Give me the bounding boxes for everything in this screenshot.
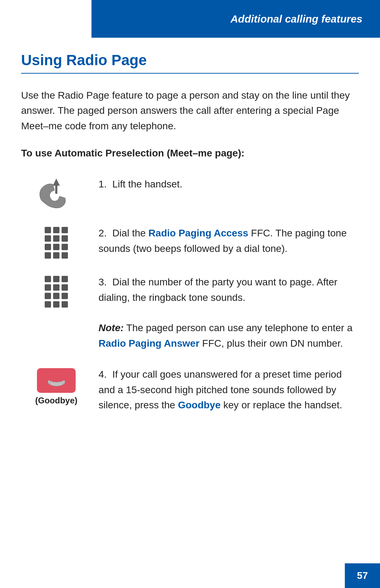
key-dot	[53, 284, 59, 291]
radio-paging-access-link: Radio Paging Access	[148, 228, 248, 239]
step-2-content: 2. Dial the Radio Paging Access FFC. The…	[91, 225, 359, 256]
step-4-text-suffix: key or replace the handset.	[221, 400, 342, 410]
key-dot	[45, 235, 51, 242]
key-dot	[45, 244, 51, 250]
note-label: Note:	[99, 322, 124, 333]
key-dot	[45, 284, 51, 291]
page-number: 57	[357, 570, 368, 581]
step-1-text: Lift the handset.	[112, 179, 182, 190]
key-dot	[53, 227, 59, 233]
key-dot	[62, 301, 68, 308]
step-1-number: 1.	[99, 179, 107, 190]
keypad-icon-1	[21, 225, 91, 259]
step-1-content: 1. Lift the handset.	[91, 177, 359, 192]
step-2-text-prefix: Dial the	[112, 228, 148, 239]
step-2-number: 2.	[99, 228, 107, 239]
key-dot	[53, 301, 59, 308]
goodbye-icon-container: (Goodbye)	[21, 367, 91, 406]
note-text: The paged person can use any telephone t…	[124, 322, 353, 333]
key-dot	[45, 301, 51, 308]
steps-list: 1. Lift the handset.	[21, 177, 359, 428]
key-dot	[53, 244, 59, 250]
step-4: (Goodbye) 4. If your call goes unanswere…	[21, 367, 359, 413]
step-3: 3. Dial the number of the party you want…	[21, 274, 359, 351]
key-dot	[53, 252, 59, 259]
handset-up-icon	[21, 177, 91, 210]
header-bar: Additional calling features	[91, 0, 380, 38]
step-4-number: 4.	[99, 369, 107, 380]
page-heading: Using Radio Page	[21, 52, 359, 74]
key-dot	[62, 284, 68, 291]
svg-marker-0	[53, 179, 60, 194]
main-content: Using Radio Page Use the Radio Page feat…	[21, 38, 359, 560]
step-1: 1. Lift the handset.	[21, 177, 359, 210]
key-dot	[45, 293, 51, 299]
goodbye-button-icon	[37, 368, 76, 393]
key-dot	[53, 276, 59, 282]
keypad-icon-2	[21, 274, 91, 308]
step-3-text: Dial the number of the party you want to…	[99, 277, 337, 303]
header-title: Additional calling features	[230, 13, 362, 25]
key-dot	[62, 227, 68, 233]
key-dot	[45, 227, 51, 233]
radio-paging-answer-link: Radio Paging Answer	[99, 338, 200, 349]
key-dot	[62, 235, 68, 242]
note-end: FFC, plus their own DN number.	[200, 338, 343, 349]
key-dot	[62, 244, 68, 250]
intro-paragraph: Use the Radio Page feature to page a per…	[21, 88, 359, 134]
step-3-content: 3. Dial the number of the party you want…	[91, 274, 359, 351]
step-3-number: 3.	[99, 277, 107, 287]
key-dot	[62, 293, 68, 299]
goodbye-link: Goodbye	[178, 400, 221, 410]
key-dot	[62, 276, 68, 282]
step-2: 2. Dial the Radio Paging Access FFC. The…	[21, 225, 359, 259]
key-dot	[45, 276, 51, 282]
goodbye-label: (Goodbye)	[35, 396, 77, 406]
key-dot	[53, 293, 59, 299]
key-dot	[45, 252, 51, 259]
footer-page-number-container: 57	[345, 563, 380, 588]
step-4-content: 4. If your call goes unanswered for a pr…	[91, 367, 359, 413]
sub-heading: To use Automatic Preselection (Meet–me p…	[21, 148, 359, 159]
key-dot	[53, 235, 59, 242]
key-dot	[62, 252, 68, 259]
